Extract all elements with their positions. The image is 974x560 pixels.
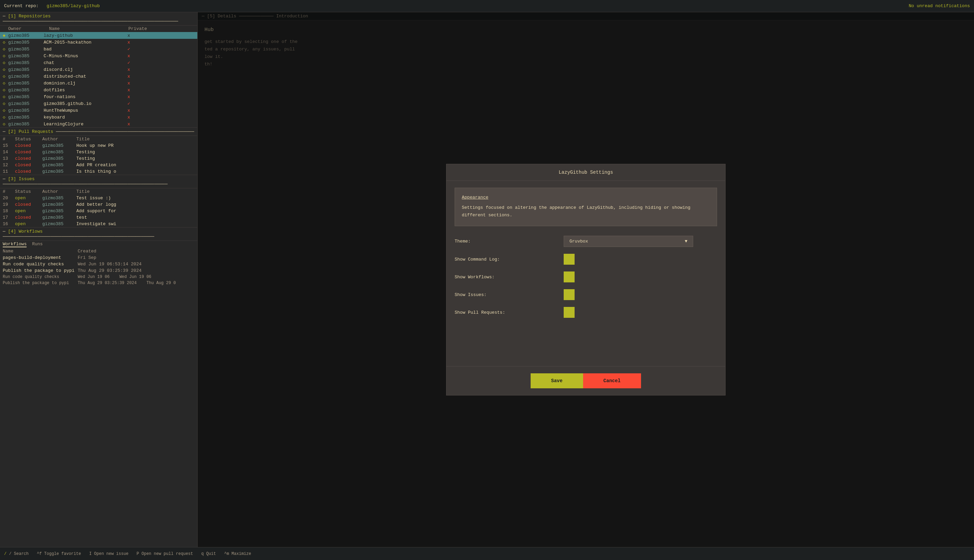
show-issues-toggle[interactable] — [564, 289, 575, 300]
pr-row[interactable]: 11 closed gizmo385 Is this thing o — [0, 168, 197, 175]
right-panel: ─ [5] Details ───────────── Introduction… — [198, 12, 974, 547]
shortcut-maximize: ^m Maximize — [224, 552, 251, 556]
pr-author: gizmo385 — [42, 156, 76, 161]
repo-name: gizmo385.github.io — [43, 101, 115, 106]
workflow-row[interactable]: Run code quality checks Wed Jun 19 06:53… — [0, 261, 197, 267]
repo-owner: gizmo385 — [8, 94, 43, 100]
save-button[interactable]: Save — [530, 373, 583, 388]
issue-title: test — [76, 215, 195, 220]
appearance-box: Appearance Settings focused on altering … — [455, 188, 717, 226]
tab-workflows[interactable]: Workflows — [3, 242, 27, 247]
workflow-run-row: Run code quality checks Wed Jun 19 06 We… — [0, 274, 197, 280]
show-pull-requests-label: Show Pull Requests: — [455, 310, 564, 315]
pull-requests-section: ─ [2] Pull Requests ────────────────────… — [0, 128, 197, 175]
repo-link[interactable]: gizmo385/lazy-github — [47, 3, 100, 8]
workflow-row[interactable]: Publish the package to pypi Thu Aug 29 0… — [0, 267, 197, 274]
appearance-desc: Settings focused on altering the appeara… — [462, 204, 710, 219]
repo-row[interactable]: ◇ gizmo385 gizmo385.github.io ✓ — [0, 100, 197, 107]
workflow-rows-container: pages-build-deployment Fri Sep Run code … — [0, 255, 197, 274]
repo-owner: gizmo385 — [8, 122, 43, 127]
repo-row[interactable]: ◇ gizmo385 HuntTheWumpus x — [0, 107, 197, 114]
show-command-log-label: Show Command Log: — [455, 257, 564, 262]
repo-name: bad — [43, 47, 115, 52]
repo-owner: gizmo385 — [8, 108, 43, 113]
repo-row[interactable]: ◇ gizmo385 ACM-2015-hackathon x — [0, 39, 197, 46]
modal-body: Appearance Settings focused on altering … — [447, 181, 725, 366]
pr-status: closed — [15, 143, 42, 148]
repo-row[interactable]: ◇ gizmo385 keyboard x — [0, 114, 197, 121]
issue-row[interactable]: 19 closed gizmo385 Add better logg — [0, 201, 197, 208]
issue-author: gizmo385 — [42, 195, 76, 201]
workflow-run-row: Publish the package to pypi Thu Aug 29 0… — [0, 280, 197, 286]
repo-name: keyboard — [43, 115, 115, 120]
show-issues-row: Show Issues: — [455, 289, 717, 300]
repo-name: distributed-chat — [43, 74, 115, 79]
bullet-icon: ◇ — [3, 40, 8, 45]
pr-num: 12 — [3, 162, 15, 168]
repo-owner: gizmo385 — [8, 88, 43, 93]
tab-runs[interactable]: Runs — [32, 242, 43, 247]
show-command-log-toggle[interactable] — [564, 254, 575, 265]
run-date: Thu Aug 29 03:25:39 2024 Thu Aug 29 0 — [78, 281, 195, 285]
modal-overlay: LazyGithub Settings Appearance Settings … — [198, 12, 974, 547]
run-desc: Publish the package to pypi — [3, 281, 78, 285]
pull-requests-header: ─ [2] Pull Requests ────────────────────… — [0, 128, 197, 136]
repo-row[interactable]: ◇ gizmo385 bad ✓ — [0, 46, 197, 52]
pr-num: 15 — [3, 143, 15, 148]
shortcut-quit: q Quit — [202, 552, 216, 556]
pr-author: gizmo385 — [42, 143, 76, 148]
pr-author: gizmo385 — [42, 162, 76, 168]
repo-owner: gizmo385 — [8, 40, 43, 45]
workflow-name: Run code quality checks — [3, 262, 78, 267]
workflow-row[interactable]: pages-build-deployment Fri Sep — [0, 255, 197, 261]
pr-status: closed — [15, 150, 42, 155]
repo-row[interactable]: ◇ gizmo385 chat ✓ — [0, 59, 197, 66]
pr-title: Hook up new PR — [76, 143, 195, 148]
repo-row[interactable]: ◇ gizmo385 discord.clj x — [0, 66, 197, 73]
col-private-header: Private — [124, 26, 151, 31]
repo-row[interactable]: ◇ gizmo385 four-nations x — [0, 93, 197, 100]
repo-row[interactable]: ◇ gizmo385 distributed-chat x — [0, 73, 197, 80]
repo-row[interactable]: ◆ gizmo385 lazy-github x — [0, 32, 197, 39]
repo-owner: gizmo385 — [8, 53, 43, 58]
issue-num: 16 — [3, 222, 15, 227]
repo-row[interactable]: ◇ gizmo385 LearningClojure x — [0, 121, 197, 127]
workflows-section: ─ [4] Workflows ────────────────────────… — [0, 228, 197, 547]
bullet-icon: ◇ — [3, 60, 8, 65]
issue-row[interactable]: 18 open gizmo385 Add support for — [0, 208, 197, 214]
issue-num: 18 — [3, 208, 15, 213]
pr-row[interactable]: 12 closed gizmo385 Add PR creation — [0, 162, 197, 168]
show-pull-requests-toggle[interactable] — [564, 307, 575, 318]
repo-owner: gizmo385 — [8, 33, 43, 38]
issue-status: open — [15, 208, 42, 213]
theme-dropdown[interactable]: Gruvbox ▼ — [564, 236, 693, 247]
issue-num: 20 — [3, 195, 15, 201]
issue-status: open — [15, 222, 42, 227]
workflows-header: ─ [4] Workflows ────────────────────────… — [0, 228, 197, 241]
workflow-created: Wed Jun 19 06:53:14 2024 — [78, 262, 195, 267]
pr-row[interactable]: 13 closed gizmo385 Testing — [0, 155, 197, 162]
cancel-button[interactable]: Cancel — [583, 373, 641, 388]
show-workflows-toggle[interactable] — [564, 272, 575, 282]
run-date: Wed Jun 19 06 Wed Jun 19 06 — [78, 275, 195, 279]
pr-num: 11 — [3, 169, 15, 174]
bullet-icon: ◇ — [3, 67, 8, 72]
repo-row[interactable]: ◇ gizmo385 dominion.clj x — [0, 80, 197, 87]
issue-status: closed — [15, 202, 42, 207]
issue-row[interactable]: 17 closed gizmo385 test — [0, 214, 197, 221]
pr-row[interactable]: 14 closed gizmo385 Testing — [0, 149, 197, 155]
repo-private: x — [115, 74, 142, 79]
workflow-name: Publish the package to pypi — [3, 268, 78, 273]
notifications-label: No unread notifications — [909, 3, 970, 8]
issue-row[interactable]: 20 open gizmo385 Test issue :) — [0, 195, 197, 201]
issue-author: gizmo385 — [42, 208, 76, 213]
modal-footer: Save Cancel — [447, 366, 725, 395]
pr-row[interactable]: 15 closed gizmo385 Hook up new PR — [0, 142, 197, 149]
repo-info: Current repo: gizmo385/lazy-github — [4, 3, 100, 8]
issue-row[interactable]: 16 open gizmo385 Investigate swi — [0, 221, 197, 227]
bullet-icon: ◇ — [3, 121, 8, 127]
repo-row[interactable]: ◇ gizmo385 C-Minus-Minus x — [0, 52, 197, 59]
repo-row[interactable]: ◇ gizmo385 dotfiles x — [0, 87, 197, 93]
bullet-icon: ◇ — [3, 80, 8, 86]
issue-rows-container: 20 open gizmo385 Test issue :) 19 closed… — [0, 195, 197, 227]
